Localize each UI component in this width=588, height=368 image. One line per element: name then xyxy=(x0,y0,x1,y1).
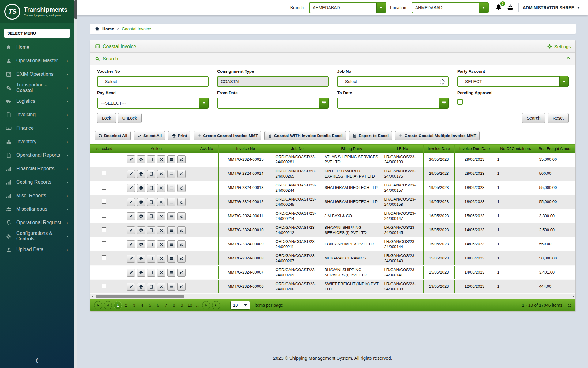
user-menu[interactable]: ADMINISTRATOR SHREE xyxy=(523,5,580,10)
row-action-delete-button[interactable] xyxy=(157,198,165,206)
row-action-details-button[interactable] xyxy=(167,226,175,234)
row-action-details-button[interactable] xyxy=(167,198,175,206)
row-action-details-button[interactable] xyxy=(167,269,175,277)
to-date-calendar-button[interactable] xyxy=(439,98,449,109)
row-action-ledger-button[interactable] xyxy=(147,198,155,206)
row-action-delete-button[interactable] xyxy=(157,155,165,163)
scroll-right-button[interactable] xyxy=(571,294,575,299)
sidebar-collapse-button[interactable]: ❮ xyxy=(0,357,74,364)
row-checkbox[interactable] xyxy=(102,199,106,204)
row-action-delete-button[interactable] xyxy=(157,212,165,220)
sidebar-item-finance[interactable]: Finance› xyxy=(0,121,74,135)
column-header-invoice-due-date[interactable]: Invoice Due Date xyxy=(454,144,495,153)
row-action-details-button[interactable] xyxy=(167,283,175,291)
branch-select-button[interactable] xyxy=(376,3,386,13)
row-action-print-button[interactable] xyxy=(137,255,145,263)
page-button-2[interactable]: 2 xyxy=(123,303,130,308)
row-action-delete-button[interactable] xyxy=(157,240,165,248)
row-action-delete-button[interactable] xyxy=(157,269,165,277)
search-button[interactable]: Search xyxy=(522,113,545,123)
first-page-button[interactable] xyxy=(94,301,102,309)
row-action-ledger-button[interactable] xyxy=(147,184,155,192)
page-button-4[interactable]: 4 xyxy=(138,303,146,308)
row-action-history-button[interactable] xyxy=(177,170,186,178)
row-action-details-button[interactable] xyxy=(167,155,175,163)
row-action-details-button[interactable] xyxy=(167,184,175,192)
row-action-history-button[interactable] xyxy=(177,269,186,277)
create-coastal-multiple-invoice-mmt-button[interactable]: Create Coastal Multiple Invoice MMT xyxy=(395,131,480,140)
from-date-calendar-button[interactable] xyxy=(319,98,329,109)
row-action-delete-button[interactable] xyxy=(157,255,165,263)
notifications-button[interactable]: 0 xyxy=(495,4,502,12)
page-button-1[interactable]: 1 xyxy=(114,301,122,309)
row-action-print-button[interactable] xyxy=(137,212,145,220)
row-action-edit-button[interactable] xyxy=(127,240,135,248)
row-action-edit-button[interactable] xyxy=(127,155,135,163)
page-button-10[interactable]: 10 xyxy=(186,303,194,308)
sidebar-scrollbar-thumb[interactable] xyxy=(74,0,77,19)
page-button-3[interactable]: 3 xyxy=(130,303,138,308)
sidebar-item-miscellaneous[interactable]: Miscellaneous› xyxy=(0,202,74,216)
sidebar-scrollbar[interactable] xyxy=(74,0,77,368)
row-action-details-button[interactable] xyxy=(167,212,175,220)
export-to-excel-button[interactable]: Export to Excel xyxy=(349,131,392,140)
to-date-input[interactable] xyxy=(337,98,449,109)
row-action-ledger-button[interactable] xyxy=(147,240,155,248)
location-select[interactable]: AHMEDABAD xyxy=(412,2,489,13)
row-checkbox[interactable] xyxy=(102,213,106,218)
sidebar-item-costing-reports[interactable]: Costing Reports› xyxy=(0,175,74,189)
row-action-ledger-button[interactable] xyxy=(147,226,155,234)
page-button-9[interactable]: 9 xyxy=(178,303,186,308)
voucher-no-input[interactable]: ---Select--- xyxy=(97,76,209,87)
search-collapse-button[interactable] xyxy=(566,56,571,62)
row-action-edit-button[interactable] xyxy=(127,269,135,277)
row-action-print-button[interactable] xyxy=(137,198,145,206)
row-action-edit-button[interactable] xyxy=(127,226,135,234)
create-coastal-invoice-mmt-button[interactable]: Create Coastal Invoice MMT xyxy=(194,131,261,140)
row-checkbox[interactable] xyxy=(102,185,106,190)
row-action-history-button[interactable] xyxy=(177,283,186,291)
reset-button[interactable]: Reset xyxy=(548,113,569,123)
sidebar-item-invoicing[interactable]: Invoicing› xyxy=(0,108,74,121)
column-header-invoice-date[interactable]: Invoice Date xyxy=(423,144,454,153)
row-action-edit-button[interactable] xyxy=(127,283,135,291)
row-action-history-button[interactable] xyxy=(177,240,186,248)
row-action-ledger-button[interactable] xyxy=(147,255,155,263)
column-header-invoice-no[interactable]: Invoice No xyxy=(218,144,273,153)
row-checkbox[interactable] xyxy=(102,284,106,288)
row-action-details-button[interactable] xyxy=(167,240,175,248)
row-checkbox[interactable] xyxy=(102,241,106,246)
row-action-print-button[interactable] xyxy=(137,269,145,277)
refresh-icon[interactable] xyxy=(567,303,572,308)
sidebar-item-operational-master[interactable]: Operational Master› xyxy=(0,54,74,67)
page-button-6[interactable]: 6 xyxy=(154,303,162,308)
settings-button[interactable]: Settings xyxy=(547,44,571,49)
page-size-select[interactable]: 10 xyxy=(230,301,250,310)
pay-head-select[interactable]: ---SELECT--- xyxy=(97,98,209,109)
next-page-button[interactable] xyxy=(202,301,210,309)
sidebar-item-operational-reports[interactable]: Operational Reports› xyxy=(0,148,74,162)
column-header-no-of-containers[interactable]: No Of Containers xyxy=(495,144,537,153)
ship-button[interactable] xyxy=(506,3,514,13)
sidebar-item-configurations-controls[interactable]: Configurations & Controls› xyxy=(0,229,74,243)
select-all-button[interactable]: Select All xyxy=(134,131,165,140)
row-action-ledger-button[interactable] xyxy=(147,269,155,277)
row-action-edit-button[interactable] xyxy=(127,212,135,220)
row-action-edit-button[interactable] xyxy=(127,198,135,206)
row-checkbox[interactable] xyxy=(102,157,106,161)
column-header-billing-party[interactable]: Billing Party xyxy=(322,144,382,153)
job-no-input[interactable]: ---Select--- xyxy=(337,76,449,87)
row-checkbox[interactable] xyxy=(102,227,106,232)
row-action-details-button[interactable] xyxy=(167,170,175,178)
sidebar-item-transportion-coastal[interactable]: Transportion - Coastal› xyxy=(0,81,74,94)
row-action-print-button[interactable] xyxy=(137,155,145,163)
column-header-is-locked[interactable]: Is Locked xyxy=(90,144,118,153)
row-action-ledger-button[interactable] xyxy=(147,283,155,291)
row-action-print-button[interactable] xyxy=(137,184,145,192)
row-action-edit-button[interactable] xyxy=(127,255,135,263)
row-action-history-button[interactable] xyxy=(177,255,186,263)
row-action-print-button[interactable] xyxy=(137,226,145,234)
horizontal-scrollbar[interactable] xyxy=(90,294,575,299)
unlock-button[interactable]: UnLock xyxy=(118,113,142,123)
party-account-dropdown-button[interactable] xyxy=(559,76,569,87)
